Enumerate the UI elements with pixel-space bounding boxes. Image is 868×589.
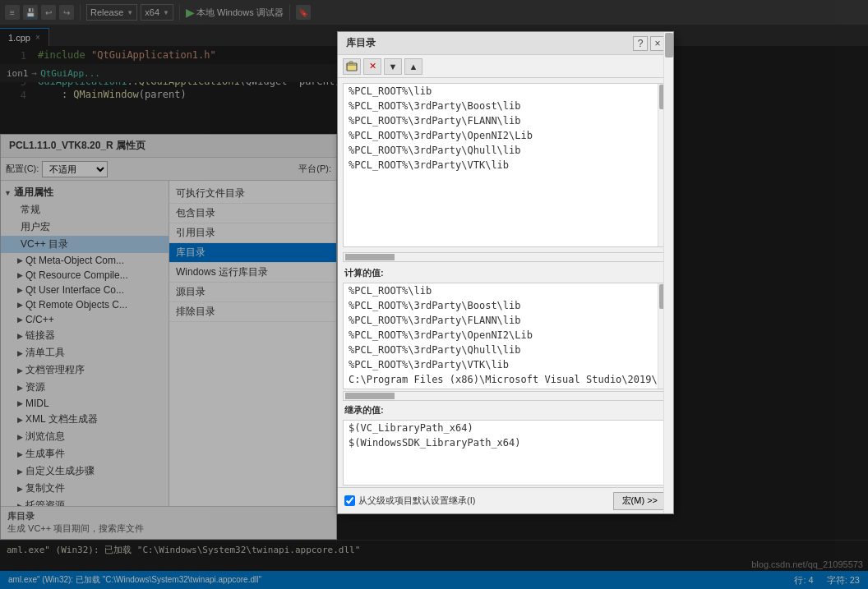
inherit-scrollbar-v[interactable] [663,420,668,485]
svg-rect-1 [349,62,353,63]
macro-button[interactable]: 宏(M) >> [613,492,667,510]
modal-add-button[interactable] [343,58,361,75]
inherit-checkbox-text: 从父级或项目默认设置继承(I) [358,495,475,507]
modal-footer: 从父级或项目默认设置继承(I) 宏(M) >> [338,487,673,513]
calc-line-4: %PCL_ROOT%\3rdParty\OpenNI2\Lib [344,328,667,343]
calc-line-3: %PCL_ROOT%\3rdParty\FLANN\lib [344,313,667,328]
inherit-line-1: $(VC_LibraryPath_x64) [344,421,667,435]
edit-line-2[interactable]: %PCL_ROOT%\3rdParty\Boost\lib [344,99,667,113]
modal-title: 库目录 [346,36,630,50]
calc-scrollbar-h-thumb[interactable] [345,393,395,399]
calc-line-8: C:\Program Files (x86)\Microsoft Visual … [344,387,667,389]
inherit-checkbox-label[interactable]: 从父级或项目默认设置继承(I) [344,495,475,507]
svg-rect-0 [347,63,357,71]
calc-line-5: %PCL_ROOT%\3rdParty\Qhull\lib [344,343,667,357]
modal-toolbar: ✕ ▼ ▲ [338,55,673,78]
modal-delete-button[interactable]: ✕ [363,58,381,75]
edit-line-6[interactable]: %PCL_ROOT%\3rdParty\VTK\lib [344,158,667,173]
modal-up-button[interactable]: ▲ [404,58,422,75]
calc-scrollbar-h[interactable] [343,391,668,401]
modal-dialog: 库目录 ? × ✕ ▼ ▲ %PCL_ROOT%\lib %PCL_ROOT%\… [337,31,674,514]
calc-line-1: %PCL_ROOT%\lib [344,283,667,298]
inherit-line-2: $(WindowsSDK_LibraryPath_x64) [344,435,667,450]
edit-scrollbar-h[interactable] [343,252,668,262]
edit-line-4[interactable]: %PCL_ROOT%\3rdParty\OpenNI2\Lib [344,128,667,143]
modal-down-button[interactable]: ▼ [384,58,402,75]
modal-inherit-area: $(VC_LibraryPath_x64) $(WindowsSDK_Libra… [343,420,668,485]
modal-edit-area[interactable]: %PCL_ROOT%\lib %PCL_ROOT%\3rdParty\Boost… [343,83,668,247]
calculated-label: 计算的值: [338,265,673,281]
modal-help-button[interactable]: ? [633,36,648,51]
edit-line-1[interactable]: %PCL_ROOT%\lib [344,84,667,99]
calc-line-7: C:\Program Files (x86)\Microsoft Visual … [344,372,667,387]
calc-line-6: %PCL_ROOT%\3rdParty\VTK\lib [344,357,667,372]
edit-scrollbar-h-thumb[interactable] [345,254,395,260]
modal-calc-area: %PCL_ROOT%\lib %PCL_ROOT%\3rdParty\Boost… [343,283,668,389]
edit-line-3[interactable]: %PCL_ROOT%\3rdParty\FLANN\lib [344,113,667,128]
inherit-checkbox[interactable] [344,495,355,506]
inherited-label: 继承的值: [338,403,673,418]
edit-line-5[interactable]: %PCL_ROOT%\3rdParty\Qhull\lib [344,143,667,158]
modal-titlebar: 库目录 ? × [338,32,673,55]
calc-line-2: %PCL_ROOT%\3rdParty\Boost\lib [344,298,667,313]
